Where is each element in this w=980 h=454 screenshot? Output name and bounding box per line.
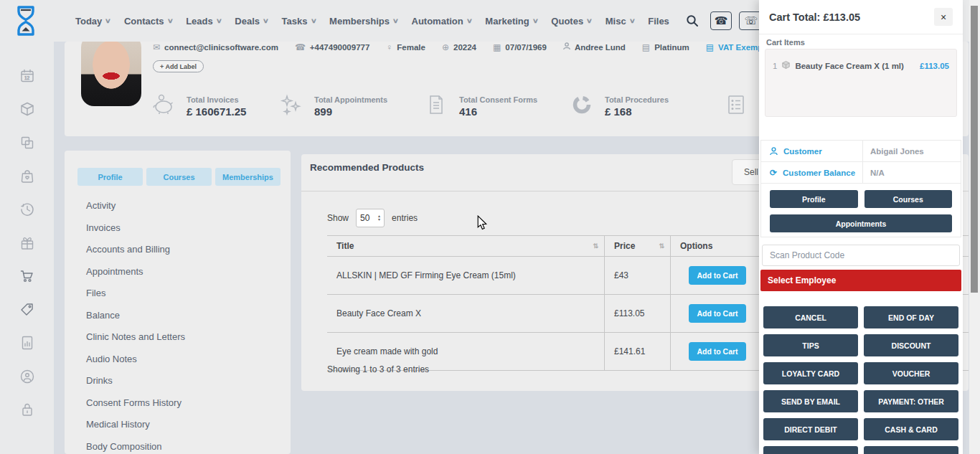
cart-item-qty: 1 [773, 62, 777, 70]
cart-item-name: Beauty Face Cream X (1 ml) [795, 62, 915, 70]
clinicsoftware-logo[interactable] [11, 5, 40, 39]
package-cube-icon[interactable] [19, 101, 35, 117]
user-circle-icon[interactable] [19, 369, 35, 384]
contact-menu-item[interactable]: Invoices [86, 217, 185, 240]
lock-icon[interactable] [19, 402, 35, 417]
add-to-cart-button[interactable]: Add to Cart [689, 342, 746, 361]
chevron-down-icon: ∨ [310, 17, 316, 24]
cart-action-button[interactable]: CASH & CARD [864, 418, 958, 440]
customer-nav-buttons: Profile Courses Appointments [761, 184, 961, 239]
menu-item[interactable]: Quotes∨ [551, 16, 591, 27]
contact-menu-item[interactable]: Accounts and Billing [86, 239, 185, 261]
scan-product-code-input[interactable] [762, 245, 960, 266]
menu-item[interactable]: Marketing∨ [485, 16, 537, 27]
contact-code: ⊕20224 [442, 42, 476, 52]
contact-menu-item[interactable]: Appointments [86, 261, 185, 283]
report-document-icon[interactable] [19, 335, 35, 351]
calendar-icon[interactable]: 12 [19, 68, 35, 84]
entries-control: Show 50▴▾ entries [327, 209, 418, 227]
courses-button[interactable]: Courses [864, 190, 953, 208]
piggy-bank-icon [151, 92, 176, 120]
cart-action-button[interactable]: DISCOUNT [864, 334, 958, 356]
chevron-down-icon: ∨ [586, 17, 593, 24]
cart-action-button[interactable]: CANCEL [763, 306, 858, 328]
cart-items-label: Cart Items [766, 38, 805, 47]
tag-icon[interactable] [19, 302, 35, 318]
contact-phone[interactable]: ☎+447490009777 [295, 42, 369, 52]
cart-action-button[interactable] [864, 446, 958, 454]
history-clock-icon[interactable] [19, 202, 35, 217]
select-employee-button[interactable]: Select Employee [760, 270, 961, 291]
appointments-button[interactable]: Appointments [770, 214, 952, 232]
product-title-cell: Beauty Face Cream X [327, 295, 605, 333]
contact-menu-item[interactable]: Files [86, 283, 185, 305]
add-to-cart-button[interactable]: Add to Cart [689, 304, 746, 323]
menu-item[interactable]: Automation∨ [412, 16, 472, 27]
cart-action-button[interactable]: VOUCHER [864, 362, 958, 384]
contact-menu-item[interactable]: Clinic Notes and Letters [86, 326, 185, 349]
contact-tabs: ProfileCoursesMemberships [77, 168, 281, 186]
menu-item[interactable]: Today∨ [75, 16, 110, 27]
scrollbar-thumb[interactable] [971, 6, 978, 293]
menu-item[interactable]: Tasks∨ [282, 16, 316, 27]
stat-total-appointments: Total Appointments899 [278, 92, 387, 120]
cart-action-button[interactable] [763, 446, 858, 454]
contact-menu-item[interactable]: Consent Forms History [86, 392, 185, 415]
contact-menu-item[interactable]: Audio Notes [86, 349, 185, 371]
cart-action-button[interactable]: DIRECT DEBIT [763, 418, 858, 440]
calendar-icon: ▦ [493, 42, 501, 52]
menu-item[interactable]: Leads∨ [186, 16, 221, 27]
contact-menu-item[interactable]: Balance [86, 305, 185, 327]
svg-text:12: 12 [24, 75, 30, 80]
search-icon[interactable] [682, 11, 703, 30]
add-to-cart-button[interactable]: Add to Cart [689, 266, 746, 285]
chevron-down-icon: ∨ [628, 17, 635, 24]
cart-action-button[interactable]: TIPS [763, 334, 858, 356]
document-icon: ▤ [706, 42, 714, 52]
cart-total: Cart Total: £113.05 [769, 11, 860, 23]
column-header-title[interactable]: Title⇅ [327, 236, 605, 257]
stat-total-procedures: Total Procedures£ 168 [569, 92, 669, 120]
contact-menu-item[interactable]: Activity [86, 195, 185, 217]
shopping-bag-icon[interactable] [19, 169, 35, 184]
contact-menu-item[interactable]: Medical History [86, 414, 185, 436]
donut-chart-icon [569, 92, 595, 120]
menu-item[interactable]: Misc∨ [606, 16, 635, 27]
scrollbar-track[interactable] [969, 0, 980, 454]
menu-item[interactable]: Deals∨ [235, 16, 268, 27]
package-icon [781, 60, 791, 71]
gift-icon[interactable] [19, 235, 35, 251]
customer-label[interactable]: Customer [761, 141, 863, 161]
cart-action-button[interactable]: PAYMENT: OTHER [864, 390, 958, 412]
contact-dob: ▦07/07/1969 [493, 42, 547, 52]
cart-action-button[interactable]: SEND BY EMAIL [763, 390, 858, 412]
contact-tab[interactable]: Courses [146, 168, 212, 186]
contact-tab[interactable]: Profile [77, 168, 143, 186]
customer-balance-row: ⟳Customer Balance N/A [761, 162, 961, 184]
customer-balance-label[interactable]: ⟳Customer Balance [761, 162, 863, 183]
phone-call-button[interactable]: ☎ [710, 11, 732, 30]
cart-action-button[interactable]: LOYALTY CARD [763, 362, 858, 384]
add-label-button[interactable]: + Add Label [153, 60, 204, 72]
menu-item[interactable]: Contacts∨ [124, 16, 172, 27]
contact-tab[interactable]: Memberships [215, 168, 281, 186]
product-price-cell: £141.61 [605, 333, 671, 371]
cart-item[interactable]: 1 Beauty Face Cream X (1 ml) £113.05 [773, 60, 949, 71]
cart-icon[interactable] [19, 268, 35, 284]
contact-email[interactable]: ✉connect@clinicsoftware.com [153, 42, 278, 52]
chevron-down-icon: ∨ [263, 17, 269, 24]
chevron-down-icon: ∨ [166, 17, 173, 24]
column-header-price[interactable]: Price⇅ [605, 236, 671, 257]
close-icon[interactable]: × [934, 8, 953, 26]
copy-pages-icon[interactable] [19, 135, 35, 151]
menu-item[interactable]: Memberships∨ [329, 16, 397, 27]
menu-item[interactable]: Files [648, 16, 673, 27]
products-title: Recommended Products [310, 162, 424, 173]
contact-menu-item[interactable]: Drinks [86, 370, 185, 392]
cart-action-button[interactable]: END OF DAY [864, 306, 958, 328]
product-price-cell: £113.05 [605, 295, 671, 333]
page-size-select[interactable]: 50▴▾ [356, 209, 385, 227]
profile-button[interactable]: Profile [770, 190, 858, 208]
contact-menu-item[interactable]: Body Composition [86, 436, 185, 454]
badge-icon: ▤ [642, 42, 650, 52]
